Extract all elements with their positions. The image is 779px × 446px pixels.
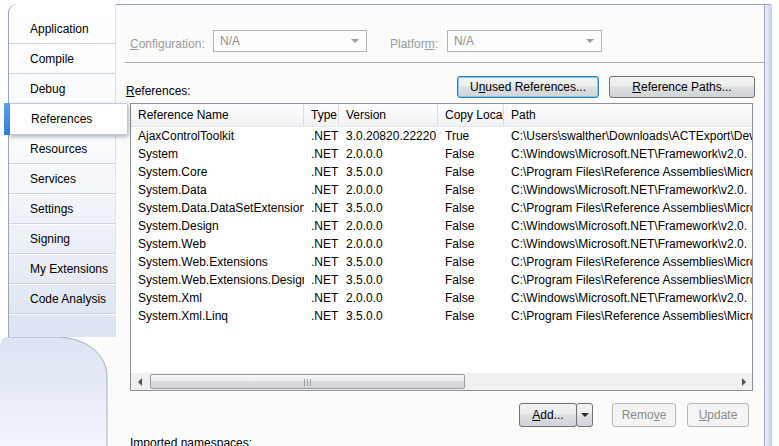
configuration-label: Configuration: (130, 37, 205, 51)
column-header-path[interactable]: Path (504, 104, 752, 126)
version-cell: 3.5.0.0 (339, 273, 438, 287)
remove-button: Remove (612, 403, 676, 427)
version-cell: 3.5.0.0 (339, 309, 438, 323)
sidebar-tab[interactable]: Services (9, 164, 115, 194)
scrollbar-thumb[interactable] (150, 374, 465, 389)
path-cell: C:\Program Files\Reference Assemblies\Mi… (504, 255, 752, 269)
column-header-copy-local[interactable]: Copy Local (438, 104, 504, 126)
sidebar-tab[interactable]: Resources (9, 134, 115, 164)
sidebar-tab-label: My Extensions (30, 262, 108, 276)
add-button[interactable]: Add... (519, 403, 577, 427)
path-cell: C:\Program Files\Reference Assemblies\Mi… (504, 201, 752, 215)
imported-namespaces-label: Imported namespaces: (130, 436, 252, 446)
sidebar-tab-list: Application Compile Debug References Res… (9, 14, 115, 314)
sidebar-tab[interactable]: Settings (9, 194, 115, 224)
path-cell: C:\Program Files\Reference Assemblies\Mi… (504, 165, 752, 179)
add-dropdown-button[interactable] (576, 403, 593, 427)
column-header-type[interactable]: Type (304, 104, 339, 126)
reference-name-cell: System.Data (131, 183, 304, 197)
sidebar-tab[interactable]: Signing (9, 224, 115, 254)
column-header-version[interactable]: Version (339, 104, 438, 126)
section-separator (125, 62, 764, 63)
sidebar-tab[interactable]: Compile (9, 44, 115, 74)
reference-row[interactable]: System.Data .NET 2.0.0.0 False C:\Window… (131, 181, 752, 199)
platform-dropdown: N/A (447, 30, 602, 52)
type-cell: .NET (304, 129, 339, 143)
reference-name-cell: System.Design (131, 219, 304, 233)
references-table-body: AjaxControlToolkit .NET 3.0.20820.22220 … (131, 127, 752, 325)
version-cell: 2.0.0.0 (339, 147, 438, 161)
copy-local-cell: False (438, 165, 504, 179)
type-cell: .NET (304, 237, 339, 251)
references-table-header: Reference Name Type Version Copy Local P… (131, 104, 752, 127)
type-cell: .NET (304, 201, 339, 215)
copy-local-cell: False (438, 291, 504, 305)
reference-row[interactable]: System.Xml .NET 2.0.0.0 False C:\Windows… (131, 289, 752, 307)
sidebar-tab[interactable]: My Extensions (9, 254, 115, 284)
sidebar-tab-label: Signing (30, 232, 70, 246)
scroll-right-button[interactable] (735, 373, 752, 390)
version-cell: 2.0.0.0 (339, 219, 438, 233)
version-cell: 2.0.0.0 (339, 291, 438, 305)
platform-value: N/A (454, 34, 474, 48)
reference-name-cell: System.Web.Extensions (131, 255, 304, 269)
reference-paths-button[interactable]: Reference Paths... (609, 76, 755, 98)
sidebar-tab-label: Application (30, 22, 89, 36)
reference-row[interactable]: System.Core .NET 3.5.0.0 False C:\Progra… (131, 163, 752, 181)
type-cell: .NET (304, 219, 339, 233)
reference-row[interactable]: System.Design .NET 2.0.0.0 False C:\Wind… (131, 217, 752, 235)
type-cell: .NET (304, 165, 339, 179)
reference-name-cell: System.Xml (131, 291, 304, 305)
page-right-edge-strip (764, 5, 772, 446)
reference-row[interactable]: System.Web.Extensions.Design .NET 3.5.0.… (131, 271, 752, 289)
sidebar-tab[interactable]: References (9, 103, 128, 135)
reference-name-cell: System.Web (131, 237, 304, 251)
dropdown-arrow-icon (351, 39, 359, 43)
sidebar-tab[interactable]: Application (9, 14, 115, 44)
copy-local-cell: False (438, 255, 504, 269)
references-label: References: (126, 84, 191, 98)
reference-row[interactable]: System.Xml.Linq .NET 3.5.0.0 False C:\Pr… (131, 307, 752, 325)
reference-row[interactable]: System.Web .NET 2.0.0.0 False C:\Windows… (131, 235, 752, 253)
scroll-right-arrow-icon (742, 378, 746, 386)
copy-local-cell: False (438, 237, 504, 251)
path-cell: C:\Program Files\Reference Assemblies\Mi… (504, 273, 752, 287)
version-cell: 3.0.20820.22220 (339, 129, 438, 143)
reference-name-cell: System.Data.DataSetExtensions (131, 201, 304, 215)
path-cell: C:\Users\swalther\Downloads\ACTExport\De… (504, 129, 752, 143)
version-cell: 3.5.0.0 (339, 165, 438, 179)
reference-row[interactable]: System.Web.Extensions .NET 3.5.0.0 False… (131, 253, 752, 271)
path-cell: C:\Windows\Microsoft.NET\Framework\v2.0. (504, 237, 752, 251)
reference-name-cell: System.Xml.Linq (131, 309, 304, 323)
reference-row[interactable]: System .NET 2.0.0.0 False C:\Windows\Mic… (131, 145, 752, 163)
configuration-dropdown: N/A (213, 30, 367, 52)
version-cell: 2.0.0.0 (339, 183, 438, 197)
version-cell: 2.0.0.0 (339, 237, 438, 251)
scrollbar-track[interactable] (148, 373, 735, 390)
reference-name-cell: AjaxControlToolkit (131, 129, 304, 143)
reference-row[interactable]: System.Data.DataSetExtensions .NET 3.5.0… (131, 199, 752, 217)
update-button: Update (687, 403, 749, 427)
scroll-left-button[interactable] (131, 373, 148, 390)
column-header-reference-name[interactable]: Reference Name (131, 104, 304, 126)
unused-references-button[interactable]: Unused References... (457, 76, 599, 98)
copy-local-cell: False (438, 273, 504, 287)
references-table: Reference Name Type Version Copy Local P… (130, 103, 753, 391)
copy-local-cell: False (438, 219, 504, 233)
project-properties-references-page: Application Compile Debug References Res… (0, 0, 779, 446)
sidebar-tab[interactable]: Debug (9, 74, 115, 104)
copy-local-cell: False (438, 309, 504, 323)
path-cell: C:\Program Files\Reference Assemblies\Mi… (504, 309, 752, 323)
sidebar-tab-label: Services (30, 172, 76, 186)
type-cell: .NET (304, 255, 339, 269)
type-cell: .NET (304, 147, 339, 161)
platform-label: Platform: (390, 37, 438, 51)
reference-row[interactable]: AjaxControlToolkit .NET 3.0.20820.22220 … (131, 127, 752, 145)
path-cell: C:\Windows\Microsoft.NET\Framework\v2.0. (504, 147, 752, 161)
type-cell: .NET (304, 309, 339, 323)
sidebar-tab-label: Debug (30, 82, 65, 96)
type-cell: .NET (304, 273, 339, 287)
reference-name-cell: System (131, 147, 304, 161)
sidebar-tab[interactable]: Code Analysis (9, 284, 115, 314)
version-cell: 3.5.0.0 (339, 201, 438, 215)
